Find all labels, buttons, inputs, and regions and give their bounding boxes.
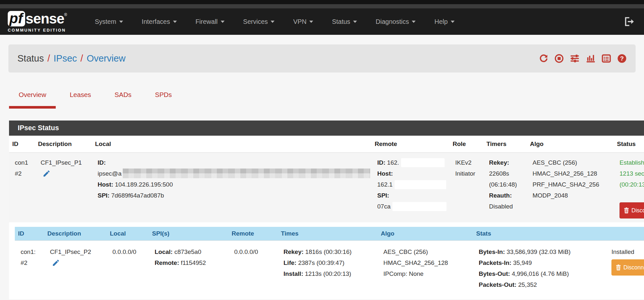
chevron-down-icon <box>353 21 357 23</box>
panel-title: IPsec Status <box>9 121 644 136</box>
p2-state-cell: Installed Disconnect <box>606 241 644 296</box>
chevron-down-icon <box>309 21 313 23</box>
edit-pencil-icon[interactable] <box>52 259 60 270</box>
p1-description: CF1_IPsec_P1 <box>41 157 92 168</box>
p2-id-cell: con1: #2 <box>15 241 44 296</box>
col-header-id: ID <box>9 136 35 153</box>
p1-role-cell: IKEv2 Initiator <box>449 153 483 223</box>
chevron-down-icon <box>271 21 274 23</box>
pfsense-logo[interactable]: pf sense ® COMMUNITY EDITION <box>8 11 67 33</box>
phase2-row: con1: #2 CF1_IPsec_P2 0.0.0.0/0 <box>15 241 644 296</box>
tab-overview[interactable]: Overview <box>9 91 56 109</box>
phase1-row: con1 #2 CF1_IPsec_P1 ID: ipsec@a Host: 1… <box>9 153 644 223</box>
page-action-icons: ? <box>539 54 627 63</box>
col-header-remote: Remote <box>371 136 449 153</box>
ipsec-tabs: Overview Leases SADs SPDs <box>9 91 644 109</box>
p1-status-cell: Established 1213 seconds (00:20:13) Disc… <box>614 153 644 223</box>
chevron-down-icon <box>451 21 455 23</box>
col-header-remote: Remote <box>228 227 278 241</box>
pfsense-logo-sense: sense <box>26 11 64 27</box>
p1-local-cell: ID: ipsec@a Host: 104.189.226.195:500 SP… <box>92 153 371 223</box>
phase2-header-row: ID Description Local SPI(s) Remote Times… <box>15 227 644 241</box>
col-header-actions <box>606 227 644 241</box>
p2-spis-cell: Local: c873e5a0 Remote: f1154952 <box>149 241 228 296</box>
p2-state: Installed <box>611 247 644 257</box>
top-gray-strip <box>0 4 644 8</box>
redacted-blur-block <box>123 169 370 178</box>
breadcrumb-panel: Status/IPsec/Overview ? <box>8 44 636 73</box>
col-header-algo: Algo <box>378 227 473 241</box>
disconnect-p1-button[interactable]: Disconnect <box>620 202 644 218</box>
disconnect-p2-button[interactable]: Disconnect <box>611 259 644 276</box>
ipsec-status-panel: IPsec Status ID Description Local Remote… <box>9 121 644 299</box>
p1-description-cell: CF1_IPsec_P1 <box>35 153 92 223</box>
col-header-times: Times <box>278 227 378 241</box>
pfsense-logo-pf: pf <box>8 11 25 26</box>
nav-item-diagnostics[interactable]: Diagnostics <box>376 18 416 25</box>
breadcrumb: Status/IPsec/Overview <box>17 53 126 64</box>
refresh-icon[interactable] <box>539 54 548 63</box>
phase2-table: ID Description Local SPI(s) Remote Times… <box>15 227 644 295</box>
top-navbar: pf sense ® COMMUNITY EDITION System Inte… <box>0 8 644 35</box>
nav-item-system[interactable]: System <box>95 18 123 25</box>
registered-mark: ® <box>64 13 67 17</box>
p1-id-cell: con1 #2 <box>9 153 35 223</box>
breadcrumb-separator: / <box>44 53 53 63</box>
list-icon[interactable] <box>601 54 611 63</box>
col-header-role: Role <box>449 136 483 153</box>
phase1-header-row: ID Description Local Remote Role Timers … <box>9 136 644 153</box>
community-edition-label: COMMUNITY EDITION <box>8 28 67 33</box>
nav-item-interfaces[interactable]: Interfaces <box>142 18 177 25</box>
redacted-white-block <box>401 158 445 167</box>
trash-icon <box>616 265 621 270</box>
sign-out-icon[interactable] <box>623 16 634 27</box>
col-header-local: Local <box>107 227 149 241</box>
breadcrumb-separator: / <box>77 53 87 63</box>
col-header-spis: SPI(s) <box>149 227 228 241</box>
nav-item-status[interactable]: Status <box>332 18 357 25</box>
edit-pencil-icon[interactable] <box>43 169 51 181</box>
breadcrumb-section: Status <box>17 53 44 63</box>
svg-text:?: ? <box>620 55 624 62</box>
breadcrumb-link-overview[interactable]: Overview <box>87 53 126 63</box>
redacted-white-block <box>392 202 447 211</box>
chevron-down-icon <box>119 21 123 23</box>
breadcrumb-link-ipsec[interactable]: IPsec <box>53 53 77 63</box>
p1-algo-cell: AES_CBC (256) HMAC_SHA2_256_128 PRF_HMAC… <box>527 153 614 223</box>
chevron-down-icon <box>412 21 416 23</box>
top-black-strip <box>0 0 644 4</box>
col-header-local: Local <box>92 136 371 153</box>
col-header-description: Description <box>35 136 92 153</box>
chevron-down-icon <box>221 21 225 23</box>
phase1-table: ID Description Local Remote Role Timers … <box>9 136 644 299</box>
col-header-status: Status <box>614 136 644 153</box>
nav-item-vpn[interactable]: VPN <box>293 18 313 25</box>
status-established: Established <box>620 157 644 168</box>
nav-item-firewall[interactable]: Firewall <box>196 18 225 25</box>
bar-chart-icon[interactable] <box>586 54 595 63</box>
col-header-timers: Timers <box>483 136 527 153</box>
p1-timers-cell: Rekey: 22608s (06:16:48) Reauth: Disable… <box>483 153 527 223</box>
p2-description: CF1_IPsec_P2 <box>50 247 107 257</box>
nav-item-help[interactable]: Help <box>434 18 454 25</box>
p2-description-cell: CF1_IPsec_P2 <box>44 241 107 296</box>
help-icon[interactable]: ? <box>617 54 627 63</box>
nav-item-services[interactable]: Services <box>243 18 275 25</box>
col-header-description: Description <box>44 227 107 241</box>
chevron-down-icon <box>173 21 177 23</box>
tab-leases[interactable]: Leases <box>60 91 101 109</box>
p2-algo-cell: AES_CBC (256) HMAC_SHA2_256_128 IPComp: … <box>378 241 473 296</box>
p2-local-cell: 0.0.0.0/0 <box>107 241 149 296</box>
redacted-white-block <box>395 180 446 189</box>
main-menu: System Interfaces Firewall Services VPN … <box>95 18 454 25</box>
tab-spds[interactable]: SPDs <box>145 91 181 109</box>
col-header-algo: Algo <box>527 136 614 153</box>
sliders-icon[interactable] <box>570 54 580 63</box>
tab-sads[interactable]: SADs <box>105 91 141 109</box>
p2-stats-cell: Bytes-In: 33,586,939 (32.03 MiB) Packets… <box>473 241 606 296</box>
p2-times-cell: Rekey: 1816s (00:30:16) Life: 2387s (00:… <box>278 241 378 296</box>
phase2-container-row: ID Description Local SPI(s) Remote Times… <box>9 222 644 299</box>
col-header-stats: Stats <box>473 227 606 241</box>
stop-icon[interactable] <box>554 54 564 63</box>
col-header-id: ID <box>15 227 44 241</box>
